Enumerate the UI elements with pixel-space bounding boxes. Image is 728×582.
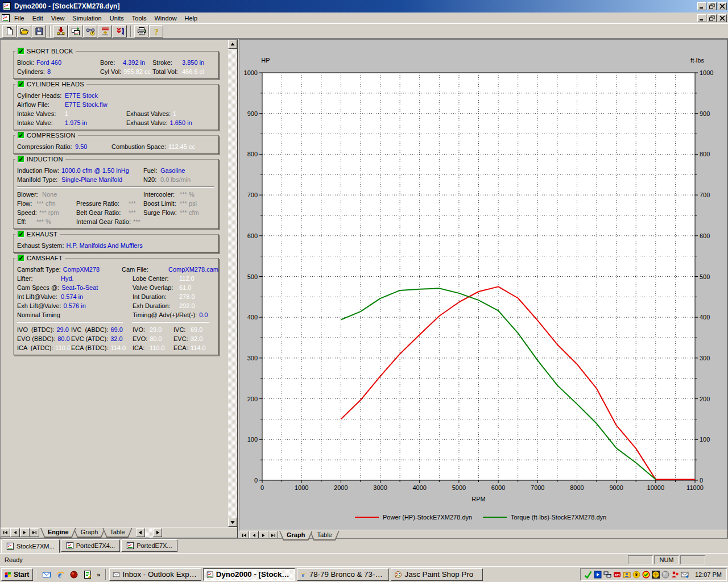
double-down-arrow-button[interactable] [113, 25, 127, 38]
value-fuel[interactable]: Gasoline [160, 166, 185, 175]
value-cam-file[interactable]: CompXM278.cam [168, 265, 218, 274]
induction-checkbox[interactable]: ✓ [18, 156, 24, 163]
menu-tools[interactable]: Tools [128, 14, 151, 23]
compression-checkbox[interactable]: ✓ [18, 132, 24, 139]
value-stroke[interactable]: 3.850 in [182, 58, 204, 67]
value-bore[interactable]: 4.392 in [123, 58, 145, 67]
graph-pane-tab-table[interactable]: Table [309, 531, 339, 541]
tray-green-tool-icon[interactable] [584, 571, 592, 579]
new-document-button[interactable] [2, 25, 16, 38]
engine-pane-tab-graph[interactable]: Graph [73, 528, 106, 538]
quicklaunch-red-globe-button[interactable] [68, 569, 80, 580]
engine-pane-tab-table[interactable]: Table [102, 528, 132, 538]
minimize-button[interactable] [697, 2, 706, 10]
graph-copy-button[interactable] [68, 25, 82, 38]
value-exh-lift-valve[interactable]: 0.576 in [64, 301, 86, 310]
tray-antivirus-icon[interactable] [642, 571, 650, 579]
scroll-down-button[interactable] [228, 518, 237, 527]
tab-prev-button[interactable] [10, 528, 20, 537]
value-compression-ratio[interactable]: 9.50 [75, 142, 87, 151]
value-exhaust-system[interactable]: H.P. Manifolds And Mufflers [67, 241, 143, 250]
help-button[interactable]: ? [149, 25, 163, 38]
tray-offline-user-icon[interactable] [671, 571, 679, 579]
menu-units[interactable]: Units [106, 14, 128, 23]
scrollbar-track[interactable] [228, 49, 237, 518]
value-camshaft-type[interactable]: CompXM278 [63, 265, 100, 274]
tray-globe-icon[interactable] [652, 571, 660, 579]
quicklaunch-notes-button[interactable] [82, 569, 93, 580]
child-minimize-button[interactable] [697, 14, 706, 22]
engine-pane-tab-engine[interactable]: Engine [40, 528, 76, 538]
status-text: Ready [2, 556, 628, 563]
tray-media-player-icon[interactable] [594, 571, 602, 579]
tray-network-icon[interactable] [603, 571, 611, 579]
vertical-scrollbar[interactable] [228, 40, 237, 527]
value-timing-adv-ret[interactable]: 0.0 [199, 310, 208, 319]
scroll-up-button[interactable] [228, 40, 237, 49]
quicklaunch-outlook-express-button[interactable] [41, 569, 52, 580]
close-button[interactable] [718, 2, 727, 10]
value-int-lift-valve[interactable]: 0.574 in [61, 292, 83, 301]
value-airflow-file[interactable]: E7TE Stock.flw [65, 100, 107, 109]
menu-view[interactable]: View [47, 14, 69, 23]
value-evo: 80.0 [150, 334, 162, 343]
value-exhaust-valve[interactable]: 1.650 in [170, 118, 192, 127]
quicklaunch-overflow-chevron[interactable]: » [96, 571, 101, 578]
printer-button[interactable] [134, 25, 148, 38]
value-induction-flow[interactable]: 1000.0 cfm @ 1.50 inHg [61, 166, 129, 175]
quicklaunch-internet-explorer-button[interactable]: e [55, 569, 66, 580]
value-cam-specs[interactable]: Seat-To-Seat [61, 283, 98, 292]
open-folder-button[interactable] [17, 25, 31, 38]
child-close-button[interactable] [718, 14, 727, 22]
value-evc-atdc[interactable]: 32.0 [110, 334, 122, 343]
child-restore-button[interactable] [708, 14, 717, 22]
horizontal-scrollbar[interactable] [136, 528, 162, 538]
save-button[interactable] [32, 25, 46, 38]
svg-text:600: 600 [247, 232, 258, 239]
dyno-arrows-button[interactable] [53, 25, 68, 38]
menu-simulation[interactable]: Simulation [68, 14, 105, 23]
value-evo-bbdc[interactable]: 80.0 [57, 334, 69, 343]
task-dyno2000-stocke7x[interactable]: Dyno2000 - [StockE7X... [203, 568, 295, 581]
exhaust-checkbox[interactable]: ✓ [18, 231, 24, 238]
value-manifold-type[interactable]: Single-Plane Manifold [61, 175, 122, 184]
menu-help[interactable]: Help [181, 14, 202, 23]
tab-first-button[interactable] [1, 528, 10, 537]
value-cylinder-heads[interactable]: E7TE Stock [65, 91, 98, 100]
value-intake-valve[interactable]: 1.975 in [65, 118, 87, 127]
document-icon[interactable] [1, 14, 10, 23]
tab-last-button[interactable] [30, 528, 39, 537]
graph-pane-tab-graph[interactable]: Graph [279, 531, 312, 541]
camshaft-checkbox[interactable]: ✓ [18, 255, 24, 261]
menu-edit[interactable]: Edit [28, 14, 47, 23]
task-78-79-bronco-73-79-f-s[interactable]: e78-79 Bronco & 73-79 F-S... [297, 568, 389, 581]
cylinder-heads-checkbox[interactable]: ✓ [18, 81, 24, 88]
restore-button[interactable] [708, 2, 717, 10]
tray-mail-icon[interactable] [681, 571, 689, 579]
svg-text:100: 100 [247, 436, 258, 443]
task-inbox-outlook-express[interactable]: Inbox - Outlook Express [109, 568, 201, 581]
short-block-checkbox[interactable]: ✓ [18, 48, 24, 55]
task-jasc-paint-shop-pro[interactable]: Jasc Paint Shop Pro [391, 568, 483, 581]
menu-window[interactable]: Window [150, 14, 180, 23]
tray-lock-icon[interactable] [632, 571, 640, 579]
scroll-right-button[interactable] [153, 528, 162, 537]
doc-tab-stocke7xm[interactable]: StockE7XM... [1, 539, 60, 553]
value-lifter[interactable]: Hyd. [61, 274, 74, 283]
menu-file[interactable]: File [10, 14, 28, 23]
value-ivc-abdc[interactable]: 69.0 [110, 325, 122, 334]
tray-sphere-icon[interactable] [661, 571, 669, 579]
doc-tab-portede7x[interactable]: PortedE7X... [121, 539, 177, 552]
value-block[interactable]: Ford 460 [36, 58, 61, 67]
value-cylinders[interactable]: 8 [47, 67, 51, 76]
tray-user-icon[interactable] [623, 571, 631, 579]
value-ivo-btdc[interactable]: 29.0 [56, 325, 68, 334]
tray-ati-icon[interactable]: ATI [613, 571, 621, 579]
start-button[interactable]: Start [1, 568, 33, 581]
doc-tab-portede7x4[interactable]: PortedE7X4... [61, 539, 121, 552]
press-button[interactable] [98, 25, 112, 38]
field-int-duration: Int Duration:278.0 [133, 292, 195, 301]
scroll-left-button[interactable] [136, 528, 145, 537]
dumbbell-button[interactable] [83, 25, 97, 38]
tab-next-button[interactable] [20, 528, 30, 537]
